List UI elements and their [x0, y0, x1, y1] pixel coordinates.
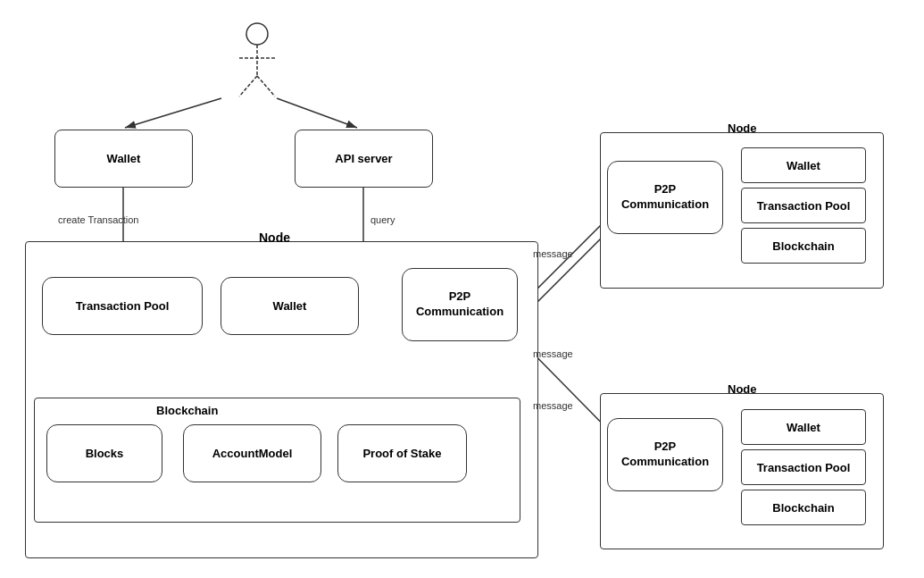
query-label: query	[370, 214, 395, 225]
api-server: API server	[295, 130, 433, 188]
p2p-node1: P2P Communication	[607, 161, 723, 234]
wallet-node1: Wallet	[741, 147, 866, 183]
blocks: Blocks	[46, 424, 162, 482]
svg-point-2	[246, 23, 268, 45]
blockchain-node2: Blockchain	[741, 490, 866, 525]
tx-pool-node2: Transaction Pool	[741, 449, 866, 485]
blockchain-label: Blockchain	[156, 404, 218, 417]
wallet-main: Wallet	[221, 277, 359, 335]
create-transaction-label: create Transaction	[58, 214, 139, 225]
wallet-top: Wallet	[54, 130, 193, 188]
main-node-label: Node	[259, 230, 290, 245]
p2p-node2: P2P Communication	[607, 418, 723, 491]
proof-of-stake: Proof of Stake	[337, 424, 467, 482]
account-model: AccountModel	[183, 424, 321, 482]
node2-label: Node	[728, 382, 757, 396]
message2-label: message	[533, 348, 573, 359]
svg-line-6	[257, 76, 275, 96]
blockchain-node1: Blockchain	[741, 228, 866, 264]
p2p-main: P2P Communication	[402, 268, 518, 341]
message3-label: message	[533, 400, 573, 411]
svg-line-7	[125, 98, 221, 128]
message1-label: message	[533, 248, 573, 259]
svg-line-5	[239, 76, 257, 96]
tx-pool-node1: Transaction Pool	[741, 188, 866, 223]
node1-label: Node	[728, 121, 757, 135]
transaction-pool-main: Transaction Pool	[42, 277, 203, 335]
wallet-node2: Wallet	[741, 409, 866, 445]
svg-line-8	[277, 98, 357, 128]
